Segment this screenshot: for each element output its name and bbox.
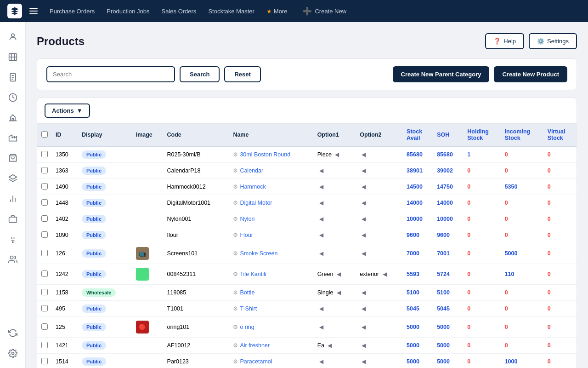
sidebar-item-people[interactable] <box>4 28 22 46</box>
product-settings-icon[interactable]: ⚙ <box>233 289 238 296</box>
help-button[interactable]: ❓ Help <box>485 33 524 49</box>
option2-chevron-button[interactable]: ◀ <box>360 215 368 223</box>
more-link[interactable]: ★ More <box>262 5 292 17</box>
cell-id: 1242 <box>52 264 78 285</box>
settings-button[interactable]: ⚙️ Settings <box>529 33 577 49</box>
option1-chevron-button[interactable]: ◀ <box>317 323 325 331</box>
product-settings-icon[interactable]: ⚙ <box>233 216 238 222</box>
row-checkbox[interactable] <box>41 231 48 238</box>
search-button[interactable]: Search <box>180 66 220 82</box>
product-settings-icon[interactable]: ⚙ <box>233 271 238 277</box>
create-parent-category-button[interactable]: Create New Parent Category <box>393 66 490 82</box>
sidebar-item-layers[interactable] <box>4 169 22 188</box>
select-all-checkbox[interactable] <box>41 131 48 138</box>
option2-chevron-button[interactable]: ◀ <box>360 231 368 239</box>
product-settings-icon[interactable]: ⚙ <box>233 151 238 158</box>
option2-chevron-button[interactable]: ◀ <box>360 167 368 175</box>
row-checkbox[interactable] <box>41 199 48 206</box>
row-checkbox[interactable] <box>41 323 48 330</box>
sidebar-item-users[interactable] <box>4 250 22 269</box>
product-name-link[interactable]: Bottle <box>240 289 254 296</box>
product-settings-icon[interactable]: ⚙ <box>233 250 238 257</box>
option2-chevron-button[interactable]: ◀ <box>360 305 368 313</box>
product-settings-icon[interactable]: ⚙ <box>233 358 238 365</box>
option1-chevron-button[interactable]: ◀ <box>317 199 325 207</box>
option1-chevron-button[interactable]: ◀ <box>326 341 334 350</box>
product-settings-icon[interactable]: ⚙ <box>233 232 238 238</box>
row-checkbox[interactable] <box>41 215 48 222</box>
product-settings-icon[interactable]: ⚙ <box>233 305 238 312</box>
product-settings-icon[interactable]: ⚙ <box>233 184 238 190</box>
cell-soh: 9600 <box>433 227 464 243</box>
product-name-link[interactable]: Nylon <box>240 216 254 222</box>
sidebar-item-products[interactable] <box>4 48 22 66</box>
sidebar-item-cart[interactable] <box>4 149 22 167</box>
option1-chevron-button[interactable]: ◀ <box>335 270 343 278</box>
option1-chevron-button[interactable]: ◀ <box>317 249 325 258</box>
hamburger-menu[interactable] <box>29 8 38 14</box>
product-name-link[interactable]: Hammock <box>240 184 266 190</box>
product-name-link[interactable]: Flour <box>240 232 253 238</box>
option2-chevron-button[interactable]: ◀ <box>360 341 368 350</box>
sales-orders-link[interactable]: Sales Orders <box>157 5 201 17</box>
option1-chevron-button[interactable]: ◀ <box>317 231 325 239</box>
product-name-link[interactable]: o ring <box>240 324 254 330</box>
row-checkbox[interactable] <box>41 342 48 348</box>
product-settings-icon[interactable]: ⚙ <box>233 200 238 206</box>
sidebar-item-refresh[interactable] <box>4 324 22 342</box>
sidebar-item-settings[interactable] <box>4 344 22 362</box>
search-input[interactable] <box>46 66 175 82</box>
product-name-link[interactable]: T-Shirt <box>240 305 257 312</box>
option1-chevron-button[interactable]: ◀ <box>335 288 343 297</box>
product-settings-icon[interactable]: ⚙ <box>233 324 238 330</box>
actions-button[interactable]: Actions ▼ <box>45 104 90 118</box>
option2-chevron-button[interactable]: ◀ <box>360 150 368 159</box>
app-logo[interactable] <box>7 4 22 18</box>
row-checkbox[interactable] <box>41 305 48 311</box>
row-checkbox[interactable] <box>41 151 48 157</box>
option1-chevron-button[interactable]: ◀ <box>317 357 325 366</box>
option1-chevron-button[interactable]: ◀ <box>317 183 325 191</box>
option1-chevron-button[interactable]: ◀ <box>333 150 341 159</box>
product-name-link[interactable]: Air freshner <box>240 342 270 349</box>
row-checkbox[interactable] <box>41 289 48 295</box>
product-settings-icon[interactable]: ⚙ <box>233 167 238 174</box>
row-checkbox[interactable] <box>41 183 48 190</box>
row-checkbox[interactable] <box>41 358 48 364</box>
option1-chevron-button[interactable]: ◀ <box>317 215 325 223</box>
sidebar-item-ship[interactable] <box>4 109 22 127</box>
option1-chevron-button[interactable]: ◀ <box>317 167 325 175</box>
option2-chevron-button[interactable]: ◀ <box>360 183 368 191</box>
option2-chevron-button[interactable]: ◀ <box>360 199 368 207</box>
reset-button[interactable]: Reset <box>224 66 260 82</box>
product-name-link[interactable]: Tile Kantili <box>240 271 266 277</box>
row-checkbox[interactable] <box>41 167 48 173</box>
option1-chevron-button[interactable]: ◀ <box>317 305 325 313</box>
sidebar-item-clipboard[interactable] <box>4 68 22 86</box>
product-settings-icon[interactable]: ⚙ <box>233 342 238 349</box>
cell-image: 📺 <box>132 243 164 264</box>
sidebar-item-chart[interactable] <box>4 190 22 208</box>
sidebar-item-plug[interactable] <box>4 230 22 248</box>
product-name-link[interactable]: Digital Motor <box>240 200 272 206</box>
option2-chevron-button[interactable]: ◀ <box>360 323 368 331</box>
product-name-link[interactable]: Paracetamol <box>240 358 272 365</box>
row-checkbox[interactable] <box>41 270 48 277</box>
option2-chevron-button[interactable]: ◀ <box>360 288 368 297</box>
option2-chevron-button[interactable]: ◀ <box>360 357 368 366</box>
production-jobs-link[interactable]: Production Jobs <box>102 5 154 17</box>
sidebar-item-briefcase[interactable] <box>4 210 22 228</box>
sidebar-item-factory[interactable] <box>4 129 22 147</box>
product-name-link[interactable]: Calendar <box>240 167 263 174</box>
purchase-orders-link[interactable]: Purchase Orders <box>45 5 99 17</box>
sidebar-item-circle[interactable] <box>4 88 22 107</box>
row-checkbox[interactable] <box>41 250 48 256</box>
create-new-link[interactable]: ➕ Create New <box>298 4 351 18</box>
cell-incoming-stock: 5000 <box>501 243 544 264</box>
stocktake-master-link[interactable]: Stocktake Master <box>204 5 259 17</box>
option2-chevron-button[interactable]: ◀ <box>360 249 368 258</box>
option2-chevron-button[interactable]: ◀ <box>381 270 389 278</box>
product-name-link[interactable]: 30ml Boston Round <box>240 151 290 158</box>
create-new-product-button[interactable]: Create New Product <box>494 66 567 82</box>
product-name-link[interactable]: Smoke Screen <box>240 250 277 257</box>
